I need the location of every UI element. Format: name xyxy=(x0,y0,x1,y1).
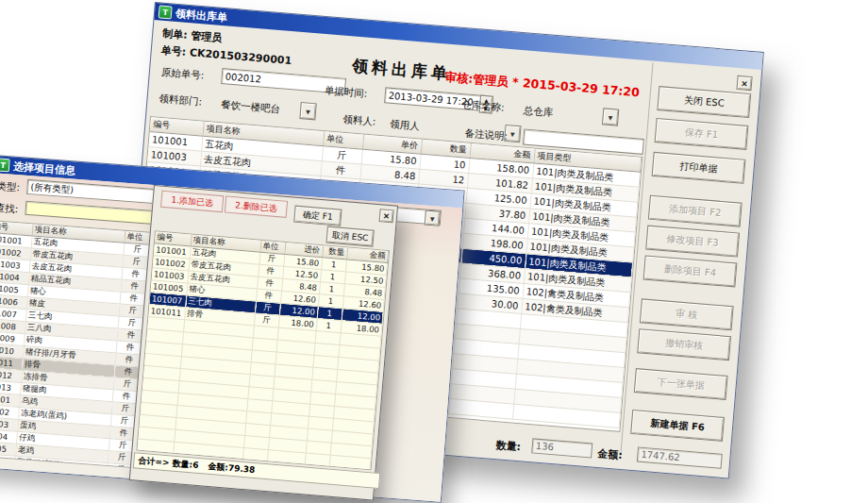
receiver-value[interactable]: 领用人 xyxy=(390,118,421,134)
doc-time-label: 单据时间: xyxy=(324,84,368,101)
receiver-label: 领料人: xyxy=(342,113,376,129)
close-button[interactable]: 关闭 ESC xyxy=(657,86,751,118)
app-icon: T xyxy=(159,5,173,19)
save-button[interactable]: 保存 F1 xyxy=(655,118,749,150)
window-title: 领料出库单 xyxy=(175,6,227,24)
add-selected-button[interactable]: 1.添加已选 xyxy=(160,191,224,212)
delete-item-button[interactable]: 删除项目 F4 xyxy=(643,255,738,287)
cell xyxy=(242,447,268,461)
close-icon[interactable]: × xyxy=(736,75,752,91)
confirm-button[interactable]: 确定 F1 xyxy=(293,206,342,226)
warehouse-label: 仓库名称: xyxy=(461,98,506,115)
new-doc-button[interactable]: 新建单据 F6 xyxy=(630,410,725,442)
remark-label: 备注说明: xyxy=(464,126,509,143)
cell: 102004 xyxy=(0,428,17,444)
selection-total-amount: 金额:79.38 xyxy=(208,461,256,477)
cell: 102003 xyxy=(0,416,18,431)
add-item-button[interactable]: 添加项目 F2 xyxy=(648,195,743,227)
cell: 101013 xyxy=(0,379,21,394)
unaudit-button[interactable]: 撤销审核 xyxy=(637,328,731,360)
edit-item-button[interactable]: 修改项目 F3 xyxy=(645,226,740,258)
cell: 102006 xyxy=(0,453,15,468)
cell: 101012 xyxy=(0,367,22,382)
cell xyxy=(329,455,371,470)
next-doc-button[interactable]: 下一张单据 xyxy=(634,368,728,400)
search-label: 查找: xyxy=(0,201,19,216)
cell: 102007 xyxy=(0,465,14,468)
selected-items-window: × 1.添加已选 2.删除已选 确定 F1 取消 ESC 编号 项目名称 单位 … xyxy=(129,185,398,501)
selection-total-qty: 6 xyxy=(192,461,199,470)
total-prefix: 合计=> 数量:6 xyxy=(138,455,199,472)
audit-button[interactable]: 审 核 xyxy=(640,298,734,330)
dept-value[interactable]: 餐饮一楼吧台 xyxy=(221,98,281,116)
doc-no-label: 单号: CK201503290001 xyxy=(160,43,292,68)
cell xyxy=(305,453,330,467)
total-qty-value: 136 xyxy=(531,438,593,458)
remove-selected-button[interactable]: 2.删除已选 xyxy=(225,195,288,217)
cell xyxy=(137,439,174,454)
cell: 102002 xyxy=(0,404,19,419)
app-icon: T xyxy=(0,158,10,172)
doc-title: 领料出库单 xyxy=(351,55,452,85)
cell xyxy=(267,450,306,465)
print-button[interactable]: 打印单据 xyxy=(652,152,746,184)
selected-items-table: 编号 项目名称 单位 进价 数量 金额 101001五花肉斤15.80115.8… xyxy=(136,230,390,470)
maker-value: 管理员 xyxy=(191,29,223,44)
cancel-button[interactable]: 取消 ESC xyxy=(326,226,374,247)
cell: 102001 xyxy=(0,392,20,407)
close-icon[interactable]: × xyxy=(379,209,394,223)
desktop: T 领料出库单 制单: 管理员 单号: CK201503290001 领料出库单… xyxy=(0,0,868,503)
warehouse-dropdown-icon[interactable]: ▼ xyxy=(602,108,619,126)
warehouse-value[interactable]: 总仓库 xyxy=(523,104,554,120)
type-dropdown-icon[interactable]: ▼ xyxy=(425,210,441,226)
original-no-label: 原始单号: xyxy=(160,66,205,83)
item-catalog-table: 编号 项目名称 单位 101001五花肉斤101002带皮五花肉斤101003去… xyxy=(0,220,154,468)
dept-dropdown-icon[interactable]: ▼ xyxy=(299,102,316,120)
total-amount-label: 金额: xyxy=(597,446,624,462)
side-button-panel: × 关闭 ESC保存 F1打印单据添加项目 F2修改项目 F3删除项目 F4审 … xyxy=(620,62,760,464)
total-qty-label: 数量: xyxy=(495,438,522,454)
doc-no-value: CK201503290001 xyxy=(189,46,292,67)
type-label: 类型: xyxy=(0,179,21,194)
maker-label: 制单: 管理员 xyxy=(162,26,223,45)
dept-label: 领料部门: xyxy=(159,92,203,109)
cell: 102005 xyxy=(0,441,16,456)
